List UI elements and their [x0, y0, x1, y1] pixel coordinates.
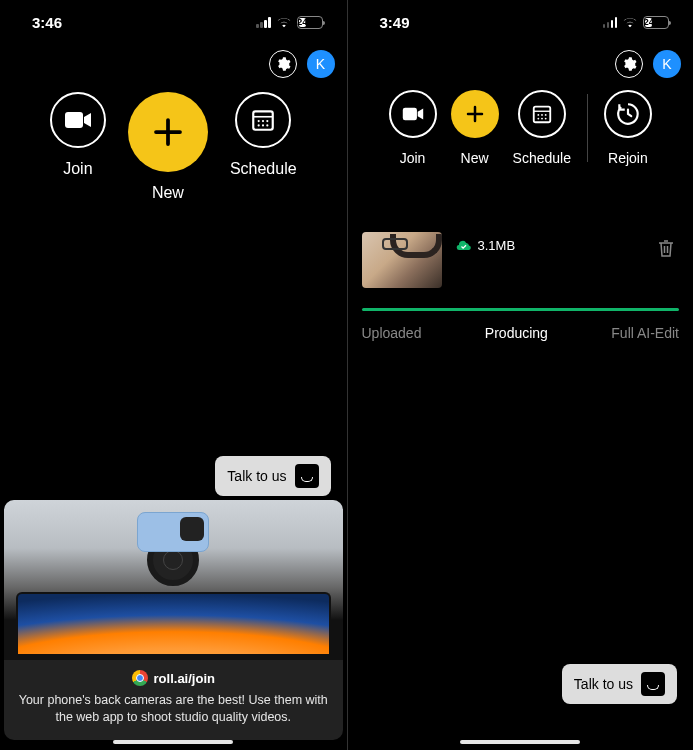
delete-button[interactable]	[657, 238, 675, 262]
new-action[interactable]: New	[451, 90, 499, 166]
home-indicator[interactable]	[113, 740, 233, 744]
wifi-icon	[622, 16, 638, 28]
status-indicators: 24	[256, 16, 323, 29]
svg-point-10	[537, 114, 539, 116]
promo-text: Your phone's back cameras are the best! …	[4, 690, 343, 740]
promo-url: roll.ai/join	[154, 671, 215, 686]
svg-point-15	[544, 118, 546, 120]
plus-icon	[451, 90, 499, 138]
svg-point-4	[267, 120, 269, 122]
left-screen: 3:46 24 K Join New	[0, 0, 347, 750]
chrome-icon	[132, 670, 148, 686]
schedule-action[interactable]: Schedule	[230, 92, 297, 178]
svg-point-11	[541, 114, 543, 116]
join-label: Join	[400, 150, 426, 166]
talk-to-us-label: Talk to us	[574, 676, 633, 692]
cellular-icon	[256, 17, 271, 28]
main-actions: Join New Schedule Rejoin	[348, 84, 694, 166]
clock: 3:46	[32, 14, 62, 31]
new-label: New	[152, 184, 184, 202]
new-action[interactable]: New	[128, 92, 208, 202]
settings-button[interactable]	[615, 50, 643, 78]
join-action[interactable]: Join	[389, 90, 437, 166]
stage-row: Uploaded Producing Full AI-Edit	[348, 325, 694, 341]
svg-point-13	[537, 118, 539, 120]
talk-to-us-button[interactable]: Talk to us	[215, 456, 330, 496]
svg-rect-8	[402, 108, 416, 121]
history-icon	[604, 90, 652, 138]
camera-icon	[389, 90, 437, 138]
schedule-action[interactable]: Schedule	[513, 90, 571, 166]
rejoin-action[interactable]: Rejoin	[604, 90, 652, 166]
user-avatar[interactable]: K	[307, 50, 335, 78]
camera-icon	[50, 92, 106, 148]
svg-point-6	[262, 124, 264, 126]
calendar-icon	[518, 90, 566, 138]
stage-uploaded: Uploaded	[362, 325, 422, 341]
status-indicators: 24	[603, 16, 670, 29]
battery-level: 24	[645, 18, 652, 27]
cloud-check-icon	[456, 240, 472, 252]
progress-bar	[362, 308, 680, 311]
join-label: Join	[63, 160, 92, 178]
battery-icon: 24	[297, 16, 323, 29]
promo-image	[4, 500, 343, 660]
right-screen: 3:49 24 K Join New	[347, 0, 694, 750]
divider	[587, 94, 588, 162]
chat-icon	[295, 464, 319, 488]
svg-point-7	[267, 124, 269, 126]
battery-level: 24	[299, 18, 306, 27]
svg-point-12	[544, 114, 546, 116]
svg-point-14	[541, 118, 543, 120]
join-action[interactable]: Join	[50, 92, 106, 178]
settings-button[interactable]	[269, 50, 297, 78]
user-avatar[interactable]: K	[653, 50, 681, 78]
promo-url-row: roll.ai/join	[4, 660, 343, 690]
schedule-label: Schedule	[230, 160, 297, 178]
stage-full-ai-edit: Full AI-Edit	[611, 325, 679, 341]
upload-size: 3.1MB	[478, 238, 516, 253]
new-label: New	[461, 150, 489, 166]
plus-icon	[128, 92, 208, 172]
talk-to-us-button[interactable]: Talk to us	[562, 664, 677, 704]
promo-card[interactable]: roll.ai/join Your phone's back cameras a…	[4, 500, 343, 740]
gear-icon	[621, 56, 637, 72]
rejoin-label: Rejoin	[608, 150, 648, 166]
upload-thumbnail[interactable]	[362, 232, 442, 288]
cellular-icon	[603, 17, 618, 28]
top-actions: K	[0, 44, 347, 84]
calendar-icon	[235, 92, 291, 148]
status-bar: 3:49 24	[348, 0, 694, 44]
main-actions: Join New Schedule	[0, 84, 347, 202]
svg-point-5	[258, 124, 260, 126]
home-indicator[interactable]	[460, 740, 580, 744]
chat-icon	[641, 672, 665, 696]
upload-card: 3.1MB	[362, 232, 680, 288]
battery-icon: 24	[643, 16, 669, 29]
svg-point-2	[258, 120, 260, 122]
gear-icon	[275, 56, 291, 72]
top-actions: K	[348, 44, 694, 84]
upload-info: 3.1MB	[456, 232, 516, 253]
stage-producing: Producing	[485, 325, 548, 341]
wifi-icon	[276, 16, 292, 28]
clock: 3:49	[380, 14, 410, 31]
status-bar: 3:46 24	[0, 0, 347, 44]
schedule-label: Schedule	[513, 150, 571, 166]
svg-point-3	[262, 120, 264, 122]
talk-to-us-label: Talk to us	[227, 468, 286, 484]
svg-rect-0	[65, 112, 83, 128]
